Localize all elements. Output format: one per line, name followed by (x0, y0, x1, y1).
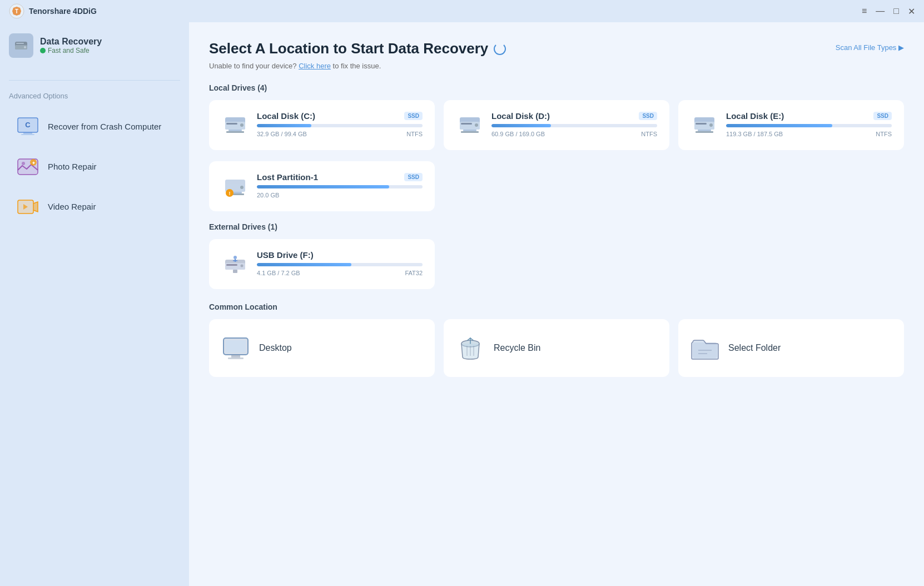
scan-all-link[interactable]: Scan All File Types ▶ (836, 43, 904, 52)
sidebar-item-recover-crash[interactable]: C Recover from Crash Computer (9, 109, 180, 145)
maximize-icon[interactable]: □ (893, 6, 899, 16)
svg-rect-23 (228, 130, 242, 131)
drive-name-row-e: Local Disk (E:) SSD (726, 111, 892, 121)
svg-rect-55 (228, 357, 244, 359)
minimize-icon[interactable]: — (876, 6, 885, 16)
drive-info-usb: USB Drive (F:) 4.1 GB / 7.2 GB FAT32 (257, 250, 423, 276)
drive-card-d[interactable]: Local Disk (D:) SSD 60.9 GB / 169.0 GB N… (444, 100, 669, 150)
svg-point-34 (709, 123, 713, 127)
sidebar-item-video-repair[interactable]: Video Repair (9, 189, 180, 225)
svg-rect-35 (698, 130, 711, 131)
drive-card-header-c: Local Disk (C:) SSD 32.9 GB / 99.4 GB NT… (221, 111, 423, 139)
green-dot (40, 48, 46, 53)
sidebar-title: Data Recovery (40, 37, 102, 47)
drive-meta-lost1: 20.0 GB (257, 192, 423, 198)
drive-meta-usb: 4.1 GB / 7.2 GB FAT32 (257, 270, 423, 276)
click-here-link[interactable]: Click here (299, 62, 331, 70)
recycle-bin-icon (456, 334, 485, 362)
drive-badge-e: SSD (873, 112, 892, 120)
sidebar-header-text: Data Recovery Fast and Safe (40, 37, 102, 54)
main-layout: Data Recovery Fast and Safe Advanced Opt… (0, 22, 924, 586)
svg-rect-33 (696, 123, 707, 125)
svg-rect-54 (231, 355, 240, 357)
drive-info-c: Local Disk (C:) SSD 32.9 GB / 99.4 GB NT… (257, 111, 423, 137)
drive-name-row-usb: USB Drive (F:) (257, 250, 423, 260)
drive-card-c[interactable]: Local Disk (C:) SSD 32.9 GB / 99.4 GB NT… (209, 100, 435, 150)
drive-progress-fill-c (257, 124, 311, 127)
svg-point-49 (234, 256, 237, 259)
svg-point-28 (475, 123, 478, 127)
advanced-options-label: Advanced Options (9, 92, 180, 100)
video-repair-icon (16, 195, 40, 219)
drive-meta-e: 119.3 GB / 187.5 GB NTFS (726, 131, 892, 137)
svg-point-4 (24, 46, 26, 48)
drive-name-usb: USB Drive (F:) (257, 250, 314, 260)
drive-card-e[interactable]: Local Disk (E:) SSD 119.3 GB / 187.5 GB … (678, 100, 904, 150)
svg-rect-46 (226, 264, 237, 266)
menu-icon[interactable]: ≡ (862, 6, 867, 16)
page-title: Select A Location to Start Data Recovery (209, 40, 506, 57)
drive-name-row-d: Local Disk (D:) SSD (491, 111, 657, 121)
drive-name-c: Local Disk (C:) (257, 111, 315, 121)
drive-name-lost1: Lost Partition-1 (257, 172, 318, 182)
svg-point-39 (240, 186, 244, 189)
common-card-recycle[interactable]: Recycle Bin (444, 319, 669, 377)
drive-name-e: Local Disk (E:) (726, 111, 784, 121)
drive-icon-lost1: ! (221, 172, 249, 200)
sidebar-header: Data Recovery Fast and Safe (9, 33, 180, 58)
drive-meta-d: 60.9 GB / 169.0 GB NTFS (491, 131, 657, 137)
common-location-label: Common Location (209, 302, 904, 311)
refresh-icon[interactable] (494, 43, 506, 55)
drive-icon-d (456, 111, 484, 139)
titlebar-controls[interactable]: ≡ — □ ✕ (862, 6, 915, 17)
drive-card-lost1[interactable]: ! Lost Partition-1 SSD 20.0 GB (209, 161, 435, 211)
drive-info-e: Local Disk (E:) SSD 119.3 GB / 187.5 GB … (726, 111, 892, 137)
svg-rect-27 (461, 123, 472, 125)
sidebar-item-photo-repair[interactable]: ✦ Photo Repair (9, 149, 180, 185)
sidebar-divider (9, 80, 180, 81)
external-drives-label: External Drives (1) (209, 222, 904, 231)
drive-icon-e (690, 111, 718, 139)
sidebar-item-label-photo: Photo Repair (48, 161, 97, 172)
drive-name-d: Local Disk (D:) (491, 111, 550, 121)
svg-rect-29 (463, 130, 476, 131)
sidebar-subtitle: Fast and Safe (40, 47, 102, 54)
drive-badge-c: SSD (404, 112, 423, 120)
lost-partition-grid: ! Lost Partition-1 SSD 20.0 GB (209, 161, 904, 211)
drive-meta-c: 32.9 GB / 99.4 GB NTFS (257, 131, 423, 137)
close-icon[interactable]: ✕ (908, 6, 915, 17)
svg-text:✦: ✦ (32, 161, 36, 166)
common-label-desktop: Desktop (259, 343, 292, 353)
drive-info-lost1: Lost Partition-1 SSD 20.0 GB (257, 172, 423, 198)
svg-rect-9 (21, 134, 34, 135)
drive-card-header-lost1: ! Lost Partition-1 SSD 20.0 GB (221, 172, 423, 200)
drive-card-header-usb: USB Drive (F:) 4.1 GB / 7.2 GB FAT32 (221, 250, 423, 278)
drive-icon-c (221, 111, 249, 139)
common-label-select-folder: Select Folder (728, 343, 781, 353)
drive-info-d: Local Disk (D:) SSD 60.9 GB / 169.0 GB N… (491, 111, 657, 137)
drive-icon-usb (221, 250, 249, 278)
drive-badge-lost1: SSD (404, 173, 423, 181)
local-drives-label: Local Drives (4) (209, 83, 904, 92)
help-text: Unable to find your device? Click here t… (209, 62, 904, 70)
svg-point-22 (240, 123, 244, 127)
svg-text:!: ! (229, 191, 231, 196)
drive-progress-bar-d (491, 124, 657, 127)
titlebar: T Tenorshare 4DDiG ≡ — □ ✕ (0, 0, 924, 22)
drive-progress-bar-lost1 (257, 185, 423, 188)
desktop-icon (221, 334, 250, 362)
drive-progress-bar-e (726, 124, 892, 127)
select-folder-icon (690, 334, 719, 362)
svg-rect-8 (23, 132, 32, 134)
svg-rect-5 (16, 43, 24, 44)
common-card-desktop[interactable]: Desktop (209, 319, 435, 377)
svg-rect-56 (226, 340, 246, 352)
drive-progress-fill-e (726, 124, 832, 127)
drive-progress-fill-usb (257, 263, 351, 266)
common-card-select-folder[interactable]: Select Folder (678, 319, 904, 377)
drive-card-usb[interactable]: USB Drive (F:) 4.1 GB / 7.2 GB FAT32 (209, 239, 435, 289)
svg-point-47 (241, 265, 244, 267)
drive-progress-fill-d (491, 124, 551, 127)
titlebar-left: T Tenorshare 4DDiG (9, 3, 97, 19)
app-logo: T (9, 3, 24, 19)
